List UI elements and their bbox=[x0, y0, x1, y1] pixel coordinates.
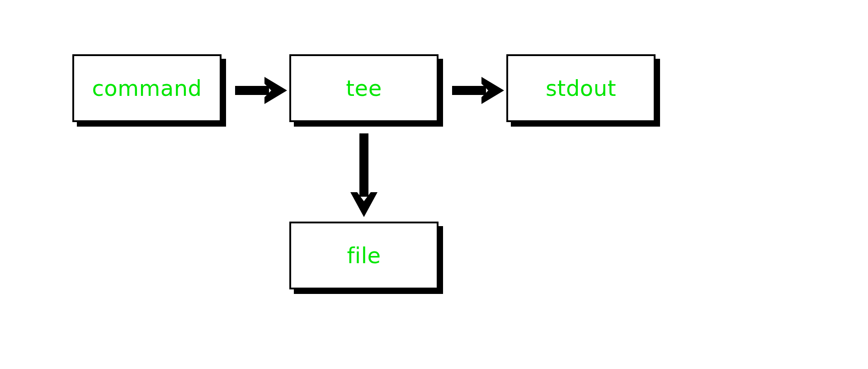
node-file: file bbox=[289, 222, 439, 289]
arrow-right-icon bbox=[443, 72, 506, 109]
node-stdout-label: stdout bbox=[546, 76, 616, 101]
tee-flow-diagram: command tee stdout file bbox=[0, 0, 868, 369]
node-command: command bbox=[72, 54, 222, 122]
node-box: stdout bbox=[506, 54, 656, 122]
node-box: command bbox=[72, 54, 222, 122]
node-command-label: command bbox=[92, 76, 202, 101]
node-tee: tee bbox=[289, 54, 439, 122]
arrow-right-icon bbox=[226, 72, 289, 109]
node-box: file bbox=[289, 222, 439, 289]
node-file-label: file bbox=[347, 243, 381, 268]
node-tee-label: tee bbox=[346, 76, 382, 101]
arrow-down-icon bbox=[346, 129, 382, 219]
node-stdout: stdout bbox=[506, 54, 656, 122]
node-box: tee bbox=[289, 54, 439, 122]
